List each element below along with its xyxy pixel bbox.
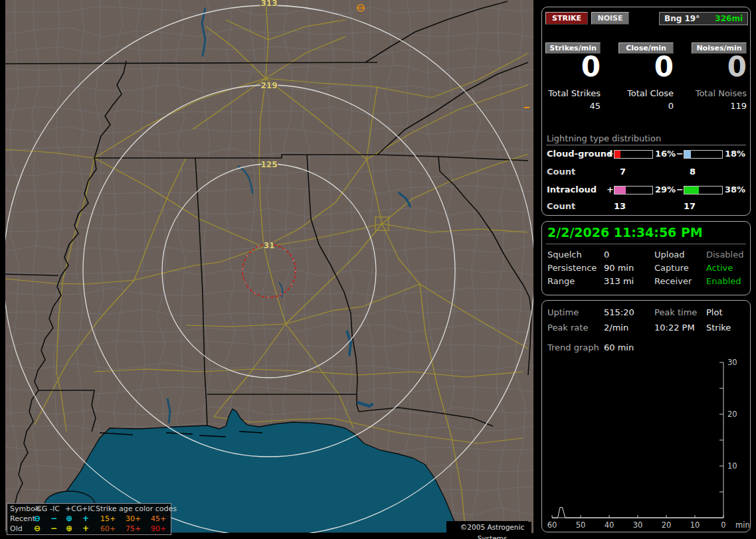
- counters-panel: STRIKE NOISE Bng 19° 326mi Strikes/min C…: [541, 7, 751, 216]
- total-noises-label: Total Noises: [692, 88, 747, 98]
- svg-text:0: 0: [721, 520, 725, 530]
- receiver-status: Enabled: [706, 276, 741, 286]
- circle-minus-icon: ⊖: [34, 514, 41, 524]
- neg-ic-pct: 38%: [725, 185, 745, 194]
- plus-sign: +: [607, 185, 614, 194]
- minus-icon: −: [50, 514, 57, 524]
- svg-text:min: min: [735, 520, 750, 530]
- peak-time-value: 10:22 PM: [654, 323, 695, 333]
- noise-button[interactable]: NOISE: [591, 12, 629, 25]
- neg-ic-bar-fill: [684, 187, 699, 194]
- circle-plus-icon: ⊕: [66, 514, 72, 524]
- lightning-map[interactable]: 313 219 125 31: [5, 0, 533, 533]
- svg-text:10: 10: [727, 461, 737, 471]
- neg-ic-bar: [684, 186, 723, 194]
- trend-graph: 1020306050403020100min: [542, 355, 750, 532]
- peak-rate-label: Peak rate: [547, 323, 588, 333]
- svg-text:20: 20: [662, 520, 672, 530]
- status-row: Persistence 90 min Capture Active: [542, 263, 751, 276]
- neg-ic-count: 17: [672, 201, 696, 211]
- receiver-label: Receiver: [654, 276, 692, 286]
- svg-text:40: 40: [605, 520, 614, 530]
- status-divider: [546, 244, 746, 244]
- minus-icon: −: [50, 524, 57, 534]
- range-value: 313 mi: [604, 276, 634, 286]
- legend-recent-row: Recent ⊖ − ⊕ + 15+ 30+ 45+: [7, 514, 171, 524]
- trend-graph-value: 60 min: [604, 343, 634, 352]
- persistence-label: Persistence: [547, 263, 597, 273]
- clock-readout: 2/2/2026 11:34:56 PM: [547, 225, 703, 240]
- uptime-label: Uptime: [547, 307, 579, 317]
- pos-cg-bar-fill: [614, 151, 620, 158]
- svg-text:10: 10: [690, 520, 700, 530]
- pos-ic-bar-fill: [614, 187, 626, 194]
- uptime-value: 515:20: [604, 307, 634, 317]
- svg-text:20: 20: [727, 410, 737, 419]
- ring-label-313: 313: [260, 0, 277, 8]
- count-label: Count: [547, 201, 575, 211]
- pos-ic-pct: 29%: [655, 185, 676, 194]
- upload-label: Upload: [654, 250, 685, 260]
- plus-icon: +: [82, 524, 89, 534]
- strikes-per-min-value: 0: [545, 51, 601, 83]
- circle-minus-icon: ⊖: [34, 524, 41, 534]
- cloud-ground-label: Cloud-ground: [547, 149, 613, 159]
- trend-graph-label: Trend graph: [547, 343, 599, 352]
- strike-button[interactable]: STRIKE: [545, 12, 588, 25]
- legend-age-header: Strike age color codes: [96, 504, 177, 514]
- pos-cg-pct: 16%: [655, 149, 676, 159]
- status-row: Squelch 0 Upload Disabled: [542, 250, 751, 263]
- bearing-readout: Bng 19° 326mi: [659, 12, 748, 25]
- total-close-value: 0: [618, 101, 674, 111]
- legend-col-pos-cg: +CG: [65, 504, 82, 514]
- legend-old-row: Old ⊖ − ⊕ + 60+ 75+ 90+: [7, 524, 171, 534]
- peak-time-label: Peak time: [654, 307, 697, 317]
- squelch-label: Squelch: [547, 250, 582, 260]
- capture-label: Capture: [654, 263, 689, 273]
- legend-old-label: Old: [10, 524, 23, 534]
- age-30: 30+: [126, 514, 141, 524]
- svg-text:50: 50: [576, 520, 586, 530]
- plot-value: Strike: [706, 323, 731, 333]
- age-15: 15+: [100, 514, 116, 524]
- svg-text:30: 30: [727, 358, 737, 367]
- svg-text:60: 60: [547, 520, 557, 530]
- pos-ic-count: 13: [602, 201, 626, 211]
- age-75: 75+: [126, 524, 141, 534]
- stats-row: Peak rate 2/min 10:22 PM Strike: [542, 323, 751, 337]
- total-noises-value: 119: [692, 101, 747, 111]
- age-60: 60+: [100, 524, 116, 534]
- noises-per-min-value: 0: [692, 51, 747, 83]
- range-label: Range: [547, 276, 575, 286]
- close-per-min-value: 0: [618, 51, 674, 83]
- status-row: Range 313 mi Receiver Enabled: [542, 276, 751, 289]
- count-label: Count: [547, 167, 575, 177]
- neg-cg-bar: [684, 150, 723, 159]
- legend-col-neg-ic: -IC: [50, 504, 60, 514]
- legend-col-neg-cg: -CG: [34, 504, 47, 514]
- bearing-value: Bng 19°: [660, 13, 700, 25]
- minus-sign: −: [676, 149, 684, 159]
- total-strikes-label: Total Strikes: [545, 88, 601, 98]
- symbols-legend: Symbols -CG -IC +CG +IC Strike age color…: [7, 503, 171, 535]
- pos-ic-bar: [614, 186, 653, 194]
- circle-plus-icon: ⊕: [66, 524, 72, 534]
- bearing-distance: 326mi: [715, 13, 747, 25]
- squelch-value: 0: [604, 250, 609, 260]
- pos-cg-count: 7: [602, 167, 626, 177]
- neg-cg-count: 8: [672, 167, 696, 177]
- legend-col-pos-ic: +IC: [82, 504, 95, 514]
- neg-cg-bar-fill: [684, 151, 691, 158]
- age-90: 90+: [151, 524, 166, 534]
- neg-cg-pct: 18%: [725, 149, 745, 159]
- minus-sign: −: [676, 185, 684, 194]
- intracloud-label: Intracloud: [547, 185, 597, 194]
- ring-label-31: 31: [264, 241, 275, 250]
- stats-trend-panel: Uptime 515:20 Peak time Plot Peak rate 2…: [541, 300, 751, 532]
- status-panel: 2/2/2026 11:34:56 PM Squelch 0 Upload Di…: [541, 221, 751, 295]
- persistence-value: 90 min: [604, 263, 634, 273]
- copyright-text: ©2005 Astrogenic Systems: [453, 522, 531, 533]
- pos-cg-bar: [614, 150, 653, 159]
- map-view[interactable]: 313 219 125 31: [5, 0, 533, 533]
- ring-label-125: 125: [260, 160, 277, 169]
